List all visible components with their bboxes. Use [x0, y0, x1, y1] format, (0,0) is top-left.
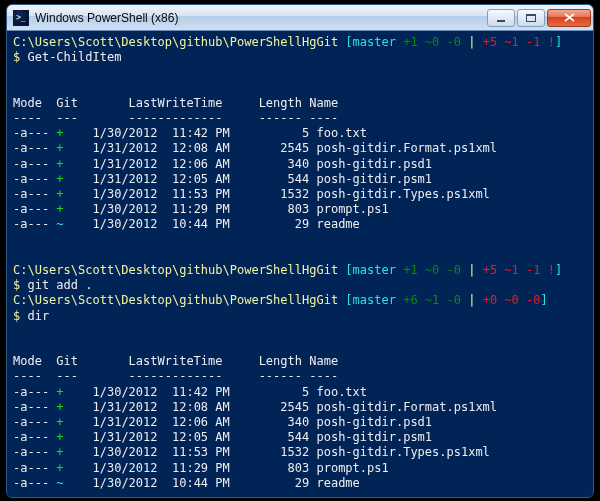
close-button[interactable] [547, 9, 591, 27]
svg-rect-2 [526, 14, 536, 16]
window-title: Windows PowerShell (x86) [35, 11, 485, 25]
titlebar[interactable]: >_ Windows PowerShell (x86) [7, 5, 593, 31]
terminal-output[interactable]: C:\Users\Scott\Desktop\github\PowerShell… [7, 31, 593, 497]
window-controls [485, 9, 591, 27]
svg-rect-0 [497, 20, 505, 22]
powershell-window: >_ Windows PowerShell (x86) C:\Users\Sco… [6, 4, 594, 498]
powershell-icon: >_ [13, 10, 29, 26]
minimize-button[interactable] [487, 9, 515, 27]
maximize-button[interactable] [517, 9, 545, 27]
